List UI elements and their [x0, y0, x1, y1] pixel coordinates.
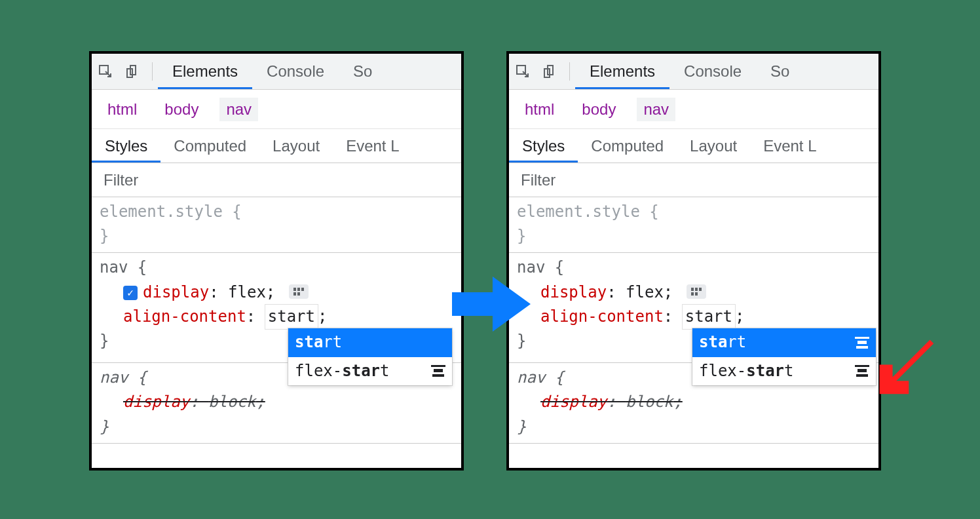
tab-label: So: [353, 62, 372, 81]
breadcrumb-item-nav[interactable]: nav: [219, 98, 258, 121]
property-value-editing[interactable]: start: [265, 305, 318, 329]
property-value: flex: [228, 283, 266, 301]
autocomplete-dropdown: start flex-start: [288, 328, 452, 385]
rule-element-style[interactable]: element.style { }: [92, 197, 461, 253]
filter-input[interactable]: Filter: [92, 163, 461, 197]
svg-rect-5: [301, 288, 304, 291]
tab-elements[interactable]: Elements: [575, 54, 669, 89]
tab-label: Console: [684, 62, 742, 81]
property-value-editing[interactable]: start: [683, 305, 735, 329]
svg-rect-15: [695, 292, 698, 296]
breadcrumb-item-nav[interactable]: nav: [637, 98, 675, 121]
tab-sources[interactable]: So: [756, 54, 804, 89]
tab-sources[interactable]: So: [339, 54, 386, 89]
breadcrumb-item-body[interactable]: body: [575, 98, 622, 121]
breadcrumb: html body nav: [92, 90, 461, 129]
declaration-display[interactable]: display: flex;: [517, 280, 871, 305]
property-name: align-content: [540, 307, 664, 326]
autocomplete-option-flex-start[interactable]: flex-start: [288, 357, 452, 385]
svg-rect-7: [297, 292, 300, 296]
property-name: display: [143, 283, 209, 301]
property-name: display: [540, 393, 607, 411]
align-start-icon: [855, 365, 869, 377]
subtab-label: Computed: [174, 137, 246, 155]
property-name: align-content: [123, 307, 246, 326]
property-value: block: [208, 393, 255, 411]
tab-label: Console: [267, 62, 324, 81]
subtab-label: Styles: [522, 137, 565, 155]
breadcrumb-item-body[interactable]: body: [158, 98, 205, 121]
svg-rect-14: [691, 292, 694, 296]
selector-text: element.style {: [100, 200, 453, 224]
rule-nav[interactable]: nav { ✓display: flex; align-content: sta…: [92, 253, 461, 363]
toolbar-divider: [152, 62, 153, 81]
flex-editor-icon[interactable]: [289, 284, 309, 299]
filter-placeholder: Filter: [521, 171, 556, 189]
transition-arrow-icon: [452, 274, 531, 334]
svg-rect-11: [691, 288, 694, 291]
tab-elements[interactable]: Elements: [158, 54, 252, 89]
rule-close: }: [100, 224, 453, 248]
subtab-event-listeners[interactable]: Event L: [750, 129, 829, 163]
subtab-styles[interactable]: Styles: [509, 129, 578, 163]
property-name: display: [540, 283, 607, 301]
tab-console[interactable]: Console: [252, 54, 339, 89]
device-toggle-icon[interactable]: [119, 64, 147, 79]
filter-placeholder: Filter: [104, 171, 138, 189]
selector-text: nav {: [517, 256, 871, 280]
subtab-computed[interactable]: Computed: [160, 129, 259, 163]
subtab-label: Event L: [346, 137, 399, 155]
styles-subtabs: Styles Computed Layout Event L: [92, 129, 461, 163]
subtab-label: Layout: [273, 137, 320, 155]
device-toggle-icon[interactable]: [537, 64, 564, 79]
tab-label: So: [770, 62, 789, 81]
devtools-toolbar: Elements Console So: [509, 54, 878, 90]
align-start-icon: [855, 337, 869, 349]
flex-editor-icon[interactable]: [687, 284, 706, 299]
subtab-event-listeners[interactable]: Event L: [333, 129, 412, 163]
svg-rect-6: [293, 292, 296, 296]
subtab-layout[interactable]: Layout: [259, 129, 333, 163]
property-toggle-checkbox[interactable]: ✓: [123, 286, 138, 300]
subtab-styles[interactable]: Styles: [92, 129, 160, 163]
rule-nav[interactable]: nav { display: flex; align-content: star…: [509, 253, 878, 363]
option-text: flex-start: [699, 359, 794, 383]
subtab-label: Layout: [690, 137, 737, 155]
declaration-display[interactable]: ✓display: flex;: [100, 280, 453, 305]
tab-label: Elements: [590, 62, 655, 81]
toolbar-divider: [569, 62, 570, 81]
declaration-display-overridden: display: block;: [517, 390, 871, 414]
svg-rect-4: [297, 288, 300, 291]
property-value: flex: [626, 283, 664, 301]
autocomplete-option-start[interactable]: start: [288, 328, 452, 356]
selector-text: nav {: [100, 256, 453, 280]
inspect-element-icon[interactable]: [92, 64, 119, 79]
subtab-label: Event L: [763, 137, 816, 155]
autocomplete-dropdown: start flex-start: [692, 328, 876, 385]
declaration-align-content[interactable]: align-content: start;: [517, 305, 871, 329]
autocomplete-option-start[interactable]: start: [692, 328, 876, 356]
subtab-label: Computed: [591, 137, 664, 155]
svg-rect-12: [695, 288, 698, 291]
option-text: start: [295, 330, 342, 355]
align-start-icon: [431, 365, 445, 377]
styles-subtabs: Styles Computed Layout Event L: [509, 129, 878, 163]
tab-console[interactable]: Console: [669, 54, 756, 89]
subtab-layout[interactable]: Layout: [677, 129, 750, 163]
inspect-element-icon[interactable]: [509, 64, 537, 79]
svg-rect-3: [293, 288, 296, 291]
svg-rect-13: [699, 288, 702, 291]
callout-arrow-icon: [875, 334, 937, 396]
declaration-align-content[interactable]: align-content: start;: [100, 305, 453, 329]
filter-input[interactable]: Filter: [509, 163, 878, 197]
rule-close: }: [517, 415, 871, 439]
rule-close: }: [517, 224, 871, 248]
breadcrumb-item-html[interactable]: html: [101, 98, 143, 121]
tab-label: Elements: [172, 62, 238, 81]
subtab-computed[interactable]: Computed: [578, 129, 677, 163]
breadcrumb: html body nav: [509, 90, 878, 129]
breadcrumb-item-html[interactable]: html: [518, 98, 561, 121]
property-value: block: [626, 393, 673, 411]
autocomplete-option-flex-start[interactable]: flex-start: [692, 357, 876, 385]
rule-element-style[interactable]: element.style { }: [509, 197, 878, 253]
